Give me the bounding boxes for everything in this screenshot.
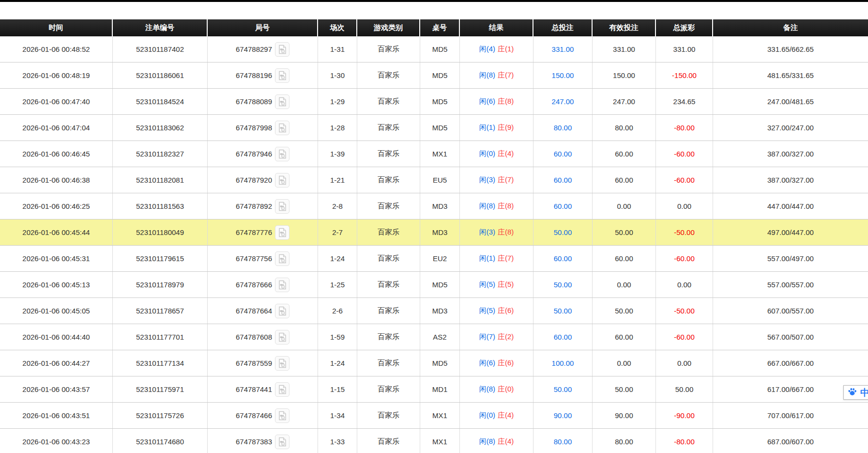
cell-total-bet[interactable]: 247.00 (533, 89, 593, 114)
video-replay-button[interactable] (275, 42, 289, 57)
cell-total-bet[interactable]: 60.00 (533, 324, 593, 350)
cell-valid-bet: 150.00 (593, 62, 656, 88)
video-replay-button[interactable] (275, 173, 289, 187)
video-replay-button[interactable] (275, 382, 289, 397)
cell-game-type: 百家乐 (357, 167, 420, 193)
cell-remark: 567.00/507.00 (713, 324, 868, 350)
cell-round-id: 674787559 (208, 350, 318, 376)
table-row: 2026-01-06 00:45:05 523101178657 6747876… (0, 298, 868, 324)
cell-total-bet[interactable]: 50.00 (533, 219, 593, 245)
cell-total-bet[interactable]: 60.00 (533, 246, 593, 271)
cell-total-payout: -60.00 (656, 167, 713, 193)
cell-total-bet[interactable]: 80.00 (533, 115, 593, 141)
cell-total-bet[interactable]: 150.00 (533, 62, 593, 88)
video-replay-button[interactable] (275, 68, 289, 83)
video-replay-button[interactable] (275, 251, 289, 266)
cell-result: 闲(7) 庄(2) (460, 324, 533, 350)
cell-valid-bet: 60.00 (593, 167, 656, 193)
result-player-value: 闲(5) (479, 280, 495, 289)
cell-total-bet[interactable]: 80.00 (533, 429, 593, 453)
round-id-value: 674787441 (236, 385, 272, 393)
video-file-icon (277, 280, 287, 290)
cell-remark: 327.00/247.00 (713, 115, 868, 141)
column-header-remark: 备注 (713, 19, 868, 36)
cell-valid-bet: 60.00 (593, 141, 656, 167)
cell-total-bet[interactable]: 331.00 (533, 36, 593, 62)
cell-time: 2026-01-06 00:45:44 (0, 219, 113, 245)
cell-result: 闲(1) 庄(9) (460, 115, 533, 141)
cell-bet-id: 523101181563 (113, 193, 208, 219)
result-banker-value: 庄(4) (498, 411, 514, 420)
cell-result: 闲(8) 庄(4) (460, 429, 533, 453)
video-replay-button[interactable] (275, 199, 289, 214)
video-replay-button[interactable] (275, 304, 289, 318)
cell-round-id: 674787998 (208, 115, 318, 141)
cell-valid-bet: 50.00 (593, 219, 656, 245)
table-row: 2026-01-06 00:47:04 523101183062 6747879… (0, 115, 868, 141)
round-id-value: 674788297 (236, 45, 272, 53)
video-replay-button[interactable] (275, 356, 289, 371)
video-replay-button[interactable] (275, 94, 289, 109)
cell-session: 1-30 (318, 62, 357, 88)
video-replay-button[interactable] (275, 225, 289, 240)
cell-total-bet[interactable]: 90.00 (533, 403, 593, 428)
video-file-icon (277, 306, 287, 316)
column-header-game-type: 游戏类别 (357, 19, 420, 36)
video-replay-button[interactable] (275, 435, 289, 449)
video-replay-button[interactable] (275, 408, 289, 423)
cell-session: 1-24 (318, 246, 357, 271)
video-replay-button[interactable] (275, 330, 289, 344)
cell-remark: 707.00/617.00 (713, 403, 868, 428)
cell-remark: 447.00/447.00 (713, 193, 868, 219)
result-player-value: 闲(6) (479, 97, 495, 106)
cell-total-payout: -50.00 (656, 219, 713, 245)
video-file-icon (277, 437, 287, 447)
video-file-icon (277, 359, 287, 368)
cell-total-bet[interactable]: 50.00 (533, 272, 593, 297)
cell-total-bet[interactable]: 60.00 (533, 193, 593, 219)
cell-table-no: MX1 (420, 403, 460, 428)
table-row: 2026-01-06 00:46:45 523101182327 6747879… (0, 141, 868, 167)
video-replay-button[interactable] (275, 278, 289, 292)
result-banker-value: 庄(8) (498, 228, 514, 237)
cell-valid-bet: 60.00 (593, 324, 656, 350)
cell-total-payout: 234.65 (656, 89, 713, 114)
column-header-total-bet: 总投注 (533, 19, 593, 36)
table-row: 2026-01-06 00:43:51 523101175726 6747874… (0, 403, 868, 429)
cell-valid-bet: 80.00 (593, 115, 656, 141)
table-row: 2026-01-06 00:45:13 523101178979 6747876… (0, 272, 868, 298)
cell-time: 2026-01-06 00:46:38 (0, 167, 113, 193)
cell-remark: 497.00/447.00 (713, 219, 868, 245)
cell-bet-id: 523101175971 (113, 376, 208, 402)
cell-time: 2026-01-06 00:46:45 (0, 141, 113, 167)
cell-game-type: 百家乐 (357, 429, 420, 453)
cell-round-id: 674788297 (208, 36, 318, 62)
video-replay-button[interactable] (275, 147, 289, 161)
column-header-result: 结果 (460, 19, 533, 36)
cell-time: 2026-01-06 00:43:23 (0, 429, 113, 453)
cell-total-bet[interactable]: 50.00 (533, 376, 593, 402)
cell-remark: 607.00/557.00 (713, 298, 868, 324)
video-file-icon (277, 228, 287, 237)
video-replay-button[interactable] (275, 121, 289, 135)
video-file-icon (277, 385, 287, 394)
cell-table-no: MD3 (420, 298, 460, 324)
cell-session: 2-7 (318, 219, 357, 245)
cell-total-payout: -60.00 (656, 324, 713, 350)
cell-round-id: 674787441 (208, 376, 318, 402)
result-player-value: 闲(4) (479, 45, 495, 54)
cell-table-no: MX1 (420, 141, 460, 167)
cell-total-bet[interactable]: 100.00 (533, 350, 593, 376)
round-id-value: 674787756 (236, 254, 272, 263)
column-header-round-id: 局号 (208, 19, 318, 36)
cell-game-type: 百家乐 (357, 219, 420, 245)
cell-total-bet[interactable]: 60.00 (533, 167, 593, 193)
cell-total-bet[interactable]: 50.00 (533, 298, 593, 324)
cell-game-type: 百家乐 (357, 272, 420, 297)
cell-total-payout: 331.00 (656, 36, 713, 62)
video-file-icon (277, 45, 287, 54)
cell-time: 2026-01-06 00:46:25 (0, 193, 113, 219)
cell-total-bet[interactable]: 60.00 (533, 141, 593, 167)
cell-table-no: MD5 (420, 62, 460, 88)
translate-popup[interactable]: 中 (843, 385, 868, 400)
